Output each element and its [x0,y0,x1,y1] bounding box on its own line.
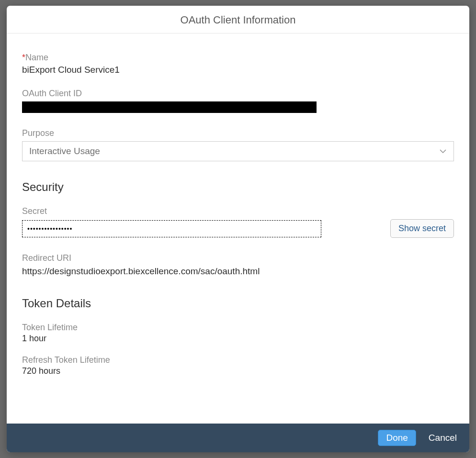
purpose-label: Purpose [22,128,454,138]
secret-masked-value[interactable]: •••••••••••••••• [22,220,321,237]
dialog-body: *Name biExport Cloud Service1 OAuth Clie… [7,34,469,424]
security-heading: Security [22,180,454,194]
redirect-uri-value: https://designstudioexport.biexcellence.… [22,266,454,277]
dialog-footer: Done Cancel [7,424,469,452]
name-label: Name [25,53,48,62]
token-lifetime-value: 1 hour [22,334,454,344]
token-details-heading: Token Details [22,297,454,310]
chevron-down-icon [439,147,447,155]
required-asterisk: * [22,53,25,62]
dialog-title: OAuth Client Information [7,6,469,34]
secret-label: Secret [22,206,454,216]
client-id-label: OAuth Client ID [22,89,454,99]
purpose-selected-value: Interactive Usage [29,146,100,156]
refresh-token-lifetime-label: Refresh Token Lifetime [22,355,454,365]
refresh-token-lifetime-value: 720 hours [22,366,454,376]
show-secret-button[interactable]: Show secret [390,219,454,238]
client-id-redacted [22,101,317,113]
oauth-client-dialog: OAuth Client Information *Name biExport … [7,6,469,452]
done-button[interactable]: Done [378,430,416,446]
token-lifetime-label: Token Lifetime [22,323,454,333]
cancel-button[interactable]: Cancel [427,430,459,446]
name-value: biExport Cloud Service1 [22,65,454,75]
redirect-uri-label: Redirect URI [22,253,454,263]
purpose-select[interactable]: Interactive Usage [22,141,454,161]
